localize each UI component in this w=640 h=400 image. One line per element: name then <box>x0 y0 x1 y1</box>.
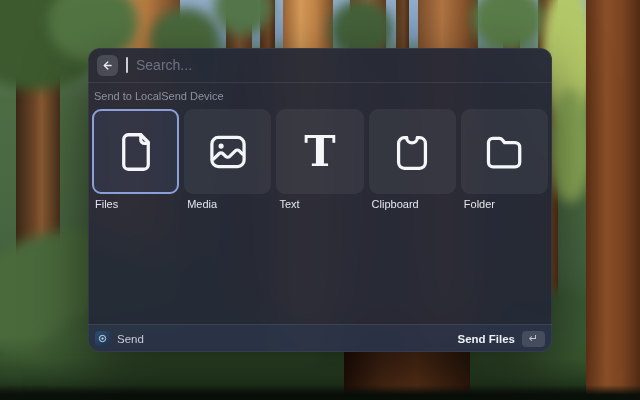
primary-action-label: Send Files <box>457 333 515 345</box>
search-bar <box>88 48 552 82</box>
image-icon <box>205 129 251 175</box>
grid-cell-clipboard: Clipboard <box>369 109 456 210</box>
footer-app-label: Send <box>117 333 144 345</box>
svg-text:T: T <box>304 129 335 175</box>
clipboard-icon <box>389 129 435 175</box>
tile-folder[interactable] <box>461 109 548 194</box>
grid-cell-media: Media <box>184 109 271 210</box>
text-cursor <box>126 57 128 73</box>
tile-clipboard[interactable] <box>369 109 456 194</box>
section-title: Send to LocalSend Device <box>91 90 549 102</box>
tile-label: Clipboard <box>372 198 456 210</box>
file-icon <box>113 129 159 175</box>
results-area: Send to LocalSend Device Files <box>88 83 552 324</box>
localsend-app-icon <box>95 331 110 346</box>
footer-bar: Send Send Files ↵ <box>88 324 552 352</box>
tile-files[interactable] <box>92 109 179 194</box>
tile-label: Text <box>279 198 363 210</box>
screen: Send to LocalSend Device Files <box>0 0 640 400</box>
tile-label: Files <box>95 198 179 210</box>
back-button[interactable] <box>97 55 118 76</box>
grid-cell-text: T Text <box>276 109 363 210</box>
tile-text[interactable]: T <box>276 109 363 194</box>
action-grid: Files Media <box>91 109 549 210</box>
enter-key-badge: ↵ <box>522 331 545 347</box>
tile-media[interactable] <box>184 109 271 194</box>
folder-icon <box>481 129 527 175</box>
search-input[interactable] <box>136 57 543 73</box>
launcher-window: Send to LocalSend Device Files <box>88 48 552 352</box>
primary-action-button[interactable]: Send Files ↵ <box>457 331 545 347</box>
tile-label: Folder <box>464 198 548 210</box>
arrow-left-icon <box>101 59 114 72</box>
text-serif-icon: T <box>297 129 343 175</box>
footer-app: Send <box>95 331 144 346</box>
grid-cell-folder: Folder <box>461 109 548 210</box>
grid-cell-files: Files <box>92 109 179 210</box>
tile-label: Media <box>187 198 271 210</box>
